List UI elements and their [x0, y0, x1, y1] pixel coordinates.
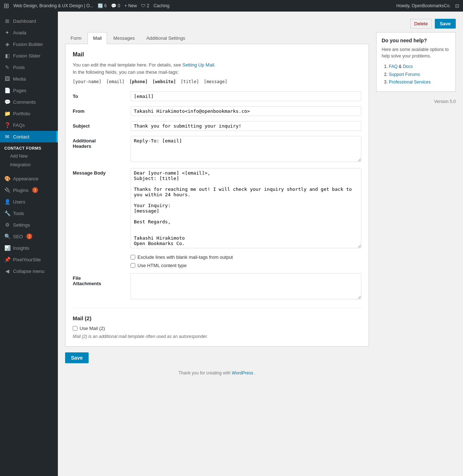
sidebar-item-media[interactable]: 🖼 Media [0, 73, 58, 85]
subject-input[interactable] [131, 121, 361, 131]
sidebar-item-portfolio[interactable]: 📁 Portfolio [0, 108, 58, 119]
additional-headers-label: AdditionalHeaders [73, 136, 131, 149]
footer: Thank you for creating with WordPress . [65, 363, 369, 383]
sidebar-item-insights[interactable]: 📊 Insights [0, 242, 58, 254]
tag-phone: [phone] [129, 79, 148, 84]
delete-button[interactable]: Delete [410, 19, 432, 29]
collapse-icon: ◀ [4, 268, 10, 274]
help-item-3: Professional Services [389, 78, 450, 86]
save-top-button[interactable]: Save [435, 19, 456, 29]
sidebar-item-settings[interactable]: ⚙ Settings [0, 219, 58, 231]
sidebar-label-fusion-slider: Fusion Slider [13, 53, 41, 59]
wordpress-link[interactable]: WordPress [232, 370, 253, 376]
sidebar-sub-integration[interactable]: Integration [0, 160, 58, 169]
sidebar-label-collapse: Collapse menu [13, 269, 44, 274]
sidebar-label-faqs: FAQs [13, 123, 25, 128]
sidebar-label-pixelyoursite: PixelYourSite [13, 257, 41, 262]
tag-title: [title] [181, 79, 199, 84]
tab-form[interactable]: Form [65, 32, 87, 44]
checkbox-html-row: Use HTML content type [131, 263, 361, 268]
subject-label: Subject [73, 121, 131, 129]
tab-additional-settings[interactable]: Additional Settings [141, 32, 191, 44]
form-panel: Mail You can edit the mail template here… [65, 44, 369, 347]
sidebar-item-appearance[interactable]: 🎨 Appearance [0, 173, 58, 184]
sidebar-item-avada[interactable]: ✦ Avada [0, 27, 58, 38]
sidebar-label-users: Users [13, 199, 25, 205]
sidebar-item-comments[interactable]: 💬 Comments [0, 96, 58, 108]
sidebar-item-fusion-builder[interactable]: ◈ Fusion Builder [0, 38, 58, 50]
help-text: Here are some available options to help … [382, 46, 450, 59]
to-input[interactable] [131, 91, 361, 101]
sidebar-sub-add-new[interactable]: Add New [0, 152, 58, 160]
sidebar-item-fusion-slider[interactable]: ◧ Fusion Slider [0, 50, 58, 61]
panel-description: You can edit the mail template here. For… [73, 61, 361, 76]
screen-options-icon[interactable]: ⊟ [455, 3, 459, 9]
tab-messages[interactable]: Messages [108, 32, 140, 44]
support-forums-link[interactable]: Support Forums [389, 72, 420, 77]
help-box: Do you need help? Here are some availabl… [376, 32, 456, 92]
comments-count[interactable]: 💬 0 [111, 3, 120, 8]
tools-icon: 🔧 [4, 210, 10, 216]
sidebar-item-pixelyoursite[interactable]: 📌 PixelYourSite [0, 254, 58, 265]
top-actions: Delete Save [65, 19, 456, 29]
sidebar-item-seo[interactable]: 🔍 SEO 2 [0, 231, 58, 242]
updates-count[interactable]: 🔄 6 [98, 3, 107, 8]
faqs-icon: ❓ [4, 122, 10, 128]
sidebar: ⊞ Dashboard ✦ Avada ◈ Fusion Builder ◧ F… [0, 12, 58, 476]
sidebar-item-pages[interactable]: 📄 Pages [0, 85, 58, 96]
appearance-icon: 🎨 [4, 176, 10, 181]
tab-mail[interactable]: Mail [88, 32, 107, 44]
site-name[interactable]: Web Design, Branding & UX Design | O... [13, 3, 93, 8]
professional-services-link[interactable]: Professional Services [389, 80, 430, 85]
tag-website: [website] [152, 79, 176, 84]
dashboard-icon: ⊞ [4, 18, 10, 24]
additional-headers-textarea[interactable]: Reply-To: [email] [131, 136, 361, 162]
from-input[interactable] [131, 106, 361, 116]
help-item-1: FAQ & Docs [389, 63, 450, 71]
file-attachments-row: FileAttachments [73, 273, 361, 300]
tabs: Form Mail Messages Additional Settings [65, 32, 369, 44]
tag-your-name: [your-name] [73, 79, 101, 84]
sidebar-item-collapse[interactable]: ◀ Collapse menu [0, 265, 58, 277]
sidebar-item-faqs[interactable]: ❓ FAQs [0, 119, 58, 131]
new-button[interactable]: + New [124, 3, 137, 8]
file-attachments-textarea[interactable] [131, 273, 361, 299]
bottom-actions: Save [65, 352, 369, 363]
from-label: From [73, 106, 131, 114]
sidebar-label-tools: Tools [13, 211, 24, 216]
file-attachments-label: FileAttachments [73, 273, 131, 286]
additional-headers-row: AdditionalHeaders Reply-To: [email] [73, 136, 361, 163]
setting-up-mail-link[interactable]: Setting Up Mail [182, 62, 214, 68]
html-content-label: Use HTML content type [137, 263, 187, 268]
sidebar-item-users[interactable]: 👤 Users [0, 196, 58, 207]
to-label: To [73, 91, 131, 99]
shield-badge[interactable]: 🛡 2 [141, 3, 149, 8]
use-mail2-checkbox[interactable] [73, 326, 77, 331]
sidebar-item-dashboard[interactable]: ⊞ Dashboard [0, 15, 58, 27]
from-row: From [73, 106, 361, 116]
users-icon: 👤 [4, 199, 10, 205]
pixelyoursite-icon: 📌 [4, 257, 10, 262]
caching-button[interactable]: Caching [153, 3, 169, 8]
fusion-builder-icon: ◈ [4, 41, 10, 47]
sidebar-label-dashboard: Dashboard [13, 18, 36, 24]
plugins-icon: 🔌 [4, 187, 10, 193]
exclude-blank-checkbox[interactable] [131, 255, 135, 260]
sidebar-item-contact[interactable]: ✉ Contact [0, 131, 58, 142]
sidebar-item-plugins[interactable]: 🔌 Plugins 3 [0, 184, 58, 196]
sidebar-label-settings: Settings [13, 222, 30, 228]
sidebar-item-tools[interactable]: 🔧 Tools [0, 207, 58, 219]
html-content-checkbox[interactable] [131, 263, 135, 268]
pages-icon: 📄 [4, 87, 10, 93]
save-bottom-button[interactable]: Save [65, 352, 89, 363]
sidebar-label-media: Media [13, 76, 26, 82]
help-list: FAQ & Docs Support Forums Professional S… [382, 63, 450, 86]
help-title: Do you need help? [382, 38, 450, 43]
faq-link[interactable]: FAQ [389, 64, 398, 69]
sidebar-item-posts[interactable]: ✎ Posts [0, 61, 58, 73]
message-body-textarea[interactable]: Dear [your-name] <[email]>, Subject: [ti… [131, 168, 361, 248]
docs-link[interactable]: Docs [403, 64, 413, 69]
help-item-2: Support Forums [389, 71, 450, 79]
fusion-slider-icon: ◧ [4, 53, 10, 59]
sidebar-label-portfolio: Portfolio [13, 111, 30, 116]
